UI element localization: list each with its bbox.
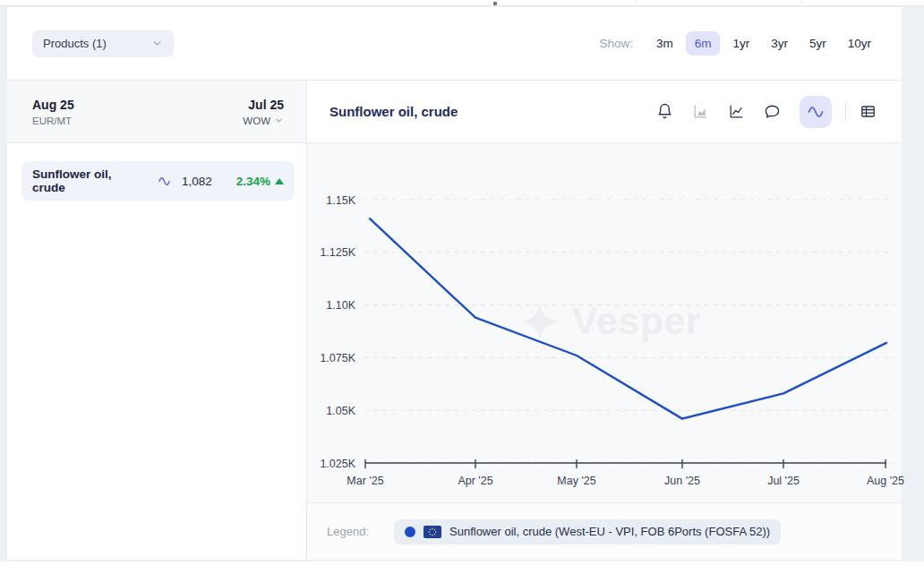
- chart-header: Sunflower oil, crude: [307, 81, 902, 143]
- svg-text:1.05K: 1.05K: [326, 405, 355, 417]
- svg-text:May '25: May '25: [557, 475, 595, 487]
- range-5yr[interactable]: 5yr: [800, 31, 835, 56]
- price-column-header: Aug 25 EUR/MT: [32, 98, 74, 126]
- price-column-title: Aug 25: [32, 98, 74, 112]
- eu-flag-icon: [424, 526, 441, 538]
- product-name: Sunflower oil, crude: [32, 167, 143, 194]
- legend-row: Legend: Sunflower oil, crude (West-EU - …: [307, 502, 902, 560]
- svg-text:1.075K: 1.075K: [320, 352, 355, 364]
- svg-text:1.025K: 1.025K: [320, 458, 355, 470]
- svg-text:1.10K: 1.10K: [326, 299, 355, 312]
- products-dropdown[interactable]: Products (1): [32, 30, 174, 57]
- product-price: 1,082: [182, 175, 212, 188]
- nav-remnant-divider: [801, 0, 802, 6]
- wave-icon: [155, 175, 174, 188]
- chevron-down-icon: [151, 38, 163, 49]
- product-change: 2.34%: [236, 175, 284, 188]
- range-6m[interactable]: 6m: [686, 31, 721, 56]
- wave-view-button-active[interactable]: [800, 96, 832, 128]
- table-view-icon[interactable]: [860, 103, 877, 120]
- series-color-marker: [405, 527, 415, 537]
- change-column-header: Jul 25 WOW: [243, 98, 284, 126]
- svg-text:Apr '25: Apr '25: [458, 475, 492, 487]
- range-1yr[interactable]: 1yr: [723, 31, 758, 56]
- svg-text:Jun '25: Jun '25: [664, 475, 700, 487]
- svg-text:1.15K: 1.15K: [326, 194, 355, 207]
- legend-label: Legend:: [327, 525, 369, 538]
- legend-item[interactable]: Sunflower oil, crude (West-EU - VPI, FOB…: [394, 519, 781, 544]
- change-mode-label: WOW: [243, 116, 270, 126]
- chart-panel: Sunflower oil, crude Vesper 1.15K1.125K1…: [307, 81, 902, 560]
- chevron-down-icon: [274, 116, 284, 125]
- change-mode-dropdown[interactable]: WOW: [243, 116, 284, 126]
- change-column-title: Jul 25: [243, 98, 284, 112]
- svg-text:Mar '25: Mar '25: [346, 475, 383, 487]
- svg-text:1.125K: 1.125K: [320, 246, 355, 259]
- sidebar-header: Aug 25 EUR/MT Jul 25 WOW: [7, 81, 306, 143]
- filter-toolbar: Products (1) Show: 3m 6m 1yr 3yr 5yr 10y…: [7, 7, 902, 81]
- product-sidebar: Aug 25 EUR/MT Jul 25 WOW Sunflower oil, …: [7, 81, 307, 560]
- comment-icon[interactable]: [764, 103, 781, 120]
- toolbar-divider: [845, 103, 846, 121]
- chart-canvas: Vesper 1.15K1.125K1.10K1.075K1.05K1.025K…: [307, 143, 902, 502]
- top-nav-remnant: [0, 0, 924, 6]
- chart-toolbar: [656, 96, 877, 128]
- chart-title: Sunflower oil, crude: [329, 104, 458, 119]
- show-label: Show:: [599, 37, 633, 50]
- products-dropdown-label: Products (1): [43, 37, 107, 50]
- timerange-group: Show: 3m 6m 1yr 3yr 5yr 10yr: [599, 31, 880, 56]
- svg-text:Jul '25: Jul '25: [767, 475, 800, 487]
- next-section-strip: [0, 561, 924, 574]
- range-3m[interactable]: 3m: [647, 31, 682, 56]
- range-3yr[interactable]: 3yr: [762, 31, 797, 56]
- dashboard-card: Products (1) Show: 3m 6m 1yr 3yr 5yr 10y…: [7, 7, 902, 560]
- wave-icon: [807, 103, 825, 121]
- bell-icon[interactable]: [656, 103, 673, 120]
- svg-text:Aug '25: Aug '25: [867, 475, 904, 487]
- nav-remnant-divider: [636, 0, 637, 6]
- legend-series-name: Sunflower oil, crude (West-EU - VPI, FOB…: [449, 525, 770, 538]
- area-chart-icon[interactable]: [692, 103, 709, 120]
- product-row-sunflower-oil[interactable]: Sunflower oil, crude 1,082 2.34%: [21, 161, 295, 201]
- product-change-value: 2.34%: [236, 175, 270, 188]
- price-line-chart: 1.15K1.125K1.10K1.075K1.05K1.025KMar '25…: [307, 143, 902, 502]
- line-chart-icon[interactable]: [728, 103, 745, 120]
- price-column-unit: EUR/MT: [32, 116, 74, 126]
- range-10yr[interactable]: 10yr: [839, 31, 880, 56]
- nav-remnant-dot: [493, 2, 497, 5]
- triangle-up-icon: [275, 178, 284, 184]
